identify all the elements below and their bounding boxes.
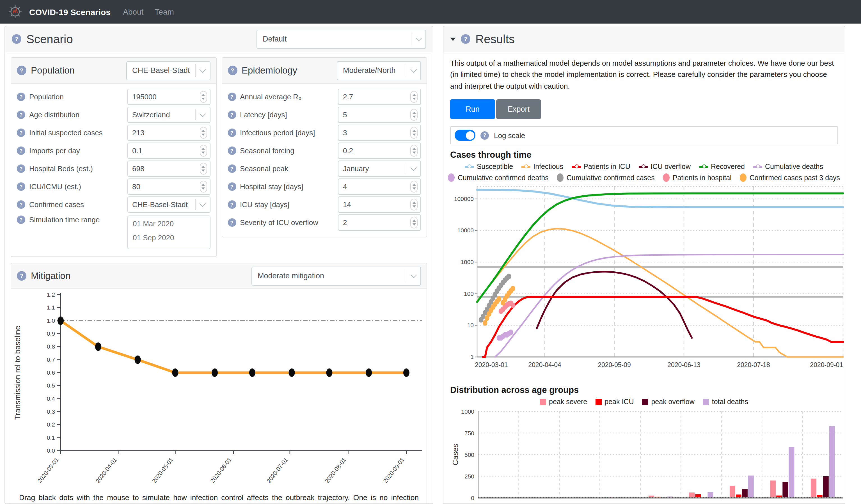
line-marker-icon (699, 166, 708, 168)
legend-item-patients-in-hospital[interactable]: Patients in hospital (663, 174, 732, 182)
help-icon[interactable] (228, 147, 236, 155)
stepper-icon[interactable] (410, 127, 418, 139)
legend-item-peak-overflow[interactable]: peak overflow (642, 398, 694, 406)
cases-through-time-chart[interactable]: 1101001000100001000002020-03-012020-04-0… (450, 182, 845, 380)
age-distribution-select[interactable]: Switzerland (127, 107, 210, 123)
navbar: COVID-19 Scenarios About Team (0, 0, 861, 24)
svg-text:20-29: 20-29 (571, 503, 588, 504)
latency-input[interactable]: 5 (338, 107, 421, 123)
legend-item-peak-severe[interactable]: peak severe (540, 398, 587, 406)
svg-text:80+: 80+ (817, 503, 829, 504)
line-marker-icon (465, 166, 474, 168)
help-icon[interactable] (228, 200, 236, 209)
run-button[interactable]: Run (450, 100, 495, 119)
legend-item-recovered[interactable]: Recovered (699, 163, 745, 171)
stepper-icon[interactable] (200, 181, 207, 192)
help-icon[interactable] (17, 216, 25, 224)
legend-item-total-deaths[interactable]: total deaths (703, 398, 748, 406)
export-button[interactable]: Export (496, 100, 541, 119)
help-icon[interactable] (228, 93, 236, 101)
svg-text:50-59: 50-59 (692, 503, 710, 504)
svg-text:2020-07-01: 2020-07-01 (265, 456, 289, 484)
stepper-icon[interactable] (200, 163, 207, 175)
field-row-hospital-beds: Hospital Beds (est.) 698 (17, 160, 210, 177)
epidemiology-preset-select[interactable]: Moderate/North (337, 61, 421, 80)
help-icon[interactable] (12, 34, 21, 44)
stepper-icon[interactable] (200, 91, 207, 103)
svg-text:1000: 1000 (461, 409, 474, 415)
legend-item-icu-overflow[interactable]: ICU overflow (639, 163, 691, 171)
nav-link-about[interactable]: About (123, 7, 144, 16)
legend-item-susceptible[interactable]: Susceptible (465, 163, 513, 171)
legend-item-infectious[interactable]: Infectious (521, 163, 563, 171)
icu-beds-input[interactable]: 80 (127, 178, 210, 195)
age-distribution-chart[interactable]: 025050075010000-910-1920-2930-3940-4950-… (450, 406, 845, 504)
help-icon[interactable] (17, 66, 26, 75)
imports-per-day-input[interactable]: 0.1 (127, 142, 210, 159)
help-icon[interactable] (17, 164, 25, 173)
dot-marker-icon (740, 174, 747, 182)
infectious-period-input[interactable]: 3 (338, 125, 421, 141)
legend-item-patients-in-icu[interactable]: Patients in ICU (572, 163, 630, 171)
help-icon[interactable] (228, 111, 236, 119)
population-preset-select[interactable]: CHE-Basel-Stadt (126, 61, 210, 80)
help-icon[interactable] (17, 271, 26, 281)
stepper-icon[interactable] (200, 127, 207, 139)
nav-link-team[interactable]: Team (155, 7, 174, 16)
legend-item-peak-icu[interactable]: peak ICU (596, 398, 634, 406)
seasonal-forcing-input[interactable]: 0.2 (338, 142, 421, 159)
legend-item-cumulative-confirmed-cases[interactable]: Cumulative confirmed cases (557, 174, 655, 182)
stepper-icon[interactable] (410, 199, 418, 210)
legend-item-cumulative-deaths[interactable]: Cumulative deaths (753, 163, 823, 171)
help-icon[interactable] (17, 128, 25, 137)
legend-item-cumulative-confirmed-deaths[interactable]: Cumulative confirmed deaths (448, 174, 549, 182)
initial-suspected-cases-input[interactable]: 213 (127, 125, 210, 141)
svg-text:10-19: 10-19 (530, 503, 548, 504)
help-icon[interactable] (228, 164, 236, 173)
hospital-stay-input[interactable]: 4 (338, 178, 421, 195)
log-scale-toggle[interactable] (455, 130, 475, 141)
svg-text:0.9: 0.9 (47, 330, 55, 337)
stepper-icon[interactable] (410, 145, 418, 156)
svg-text:60-69: 60-69 (733, 503, 751, 504)
help-icon[interactable] (17, 147, 25, 155)
svg-text:100000: 100000 (454, 196, 474, 202)
scenario-preset-select[interactable]: Default (257, 29, 426, 49)
hospital-beds-input[interactable]: 698 (127, 161, 210, 177)
help-icon[interactable] (17, 93, 25, 101)
stepper-icon[interactable] (200, 145, 207, 156)
virus-logo-icon[interactable] (8, 4, 23, 19)
seasonal-peak-select[interactable]: January (338, 161, 421, 177)
help-icon[interactable] (17, 111, 25, 119)
population-input[interactable]: 195000 (127, 89, 210, 105)
simulation-time-range-input[interactable]: 01 Mar 2020 01 Sep 2020 (127, 216, 210, 249)
help-icon[interactable] (17, 200, 25, 209)
legend-item-confirmed-cases-past-3-days[interactable]: Confirmed cases past 3 days (740, 174, 840, 182)
help-icon[interactable] (228, 128, 236, 137)
square-marker-icon (703, 399, 709, 405)
stepper-icon[interactable] (410, 91, 418, 103)
help-icon[interactable] (228, 182, 236, 191)
help-icon[interactable] (461, 34, 470, 44)
icu-overflow-severity-input[interactable]: 2 (338, 214, 421, 231)
confirmed-cases-select[interactable]: CHE-Basel-Stadt (127, 196, 210, 213)
svg-text:100: 100 (464, 290, 474, 297)
app-title[interactable]: COVID-19 Scenarios (29, 7, 111, 16)
svg-text:2020-03-01: 2020-03-01 (36, 456, 60, 484)
stepper-icon[interactable] (410, 109, 418, 121)
svg-text:2020-05-01: 2020-05-01 (151, 456, 174, 484)
help-icon[interactable] (228, 66, 237, 75)
mitigation-preset-select[interactable]: Moderate mitigation (251, 266, 421, 285)
help-icon[interactable] (17, 182, 25, 191)
population-title: Population (31, 65, 126, 76)
help-icon[interactable] (480, 131, 489, 140)
date-start: 01 Mar 2020 (133, 219, 205, 228)
stepper-icon[interactable] (410, 217, 418, 229)
icu-stay-input[interactable]: 14 (338, 196, 421, 213)
help-icon[interactable] (228, 218, 236, 227)
stepper-icon[interactable] (410, 181, 418, 192)
r0-input[interactable]: 2.7 (338, 89, 421, 105)
age-legend: peak severe peak ICU peak overflow total… (450, 398, 838, 406)
mitigation-chart[interactable]: 0.00.10.20.30.40.50.60.70.80.91.01.11.22… (11, 289, 427, 490)
collapse-caret-icon[interactable] (450, 37, 456, 41)
